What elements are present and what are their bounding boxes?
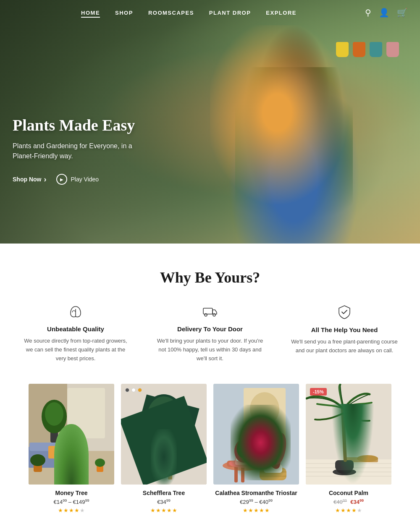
- product-money-tree[interactable]: Money Tree €1499 – €14999 ★★★★★: [25, 384, 118, 524]
- hero-woman: [210, 25, 378, 244]
- feature-help-desc: We'll send you a free plant-parenting co…: [290, 338, 399, 355]
- svg-rect-49: [235, 457, 252, 465]
- product-schefflera[interactable]: Schefflera Tree €3499 ★★★★★: [118, 384, 210, 524]
- play-video-button[interactable]: ▶ Play Video: [56, 174, 99, 185]
- svg-rect-38: [260, 468, 286, 480]
- hero-content: Plants Made Easy Plants and Gardening fo…: [13, 116, 139, 185]
- hero-subtitle: Plants and Gardening for Everyone, in a …: [13, 141, 139, 161]
- svg-point-41: [264, 464, 282, 471]
- svg-point-27: [147, 396, 181, 438]
- dot-white[interactable]: [131, 388, 136, 392]
- nav-item-roomscapes[interactable]: ROOMSCAPES: [148, 9, 194, 16]
- truck-icon: [155, 305, 265, 321]
- dot-orange[interactable]: [138, 388, 142, 392]
- shop-now-button[interactable]: Shop Now: [13, 175, 46, 184]
- svg-rect-9: [48, 446, 61, 458]
- dot-dark[interactable]: [125, 388, 129, 392]
- svg-point-48: [229, 459, 258, 468]
- play-icon: ▶: [56, 174, 67, 185]
- nav-icons: ⚲ 👤 🛒: [365, 8, 407, 18]
- hero-actions: Shop Now ▶ Play Video: [13, 174, 139, 185]
- svg-point-16: [95, 458, 105, 467]
- product-name-schefflera: Schefflera Tree: [121, 490, 207, 496]
- product-stars-schefflera: ★★★★★: [121, 507, 207, 514]
- svg-rect-51: [236, 454, 251, 461]
- nav-links: HOME SHOP ROOMSCAPES PLANT DROP EXPLORE: [81, 9, 297, 16]
- svg-rect-17: [67, 388, 105, 438]
- svg-point-37: [260, 468, 286, 480]
- cart-icon[interactable]: 🛒: [397, 8, 407, 18]
- feature-quality-desc: We source directly from top-rated grower…: [21, 337, 130, 363]
- svg-point-46: [265, 429, 285, 463]
- product-dots: [125, 388, 142, 392]
- svg-point-44: [270, 432, 289, 466]
- why-section: Why Be Yours? Unbeatable Quality We sour…: [0, 244, 420, 524]
- feature-help: All The Help You Need We'll send you a f…: [290, 305, 399, 355]
- svg-rect-21: [155, 465, 160, 479]
- product-badge-sale: -15%: [310, 388, 327, 396]
- feature-quality-title: Unbeatable Quality: [21, 325, 130, 333]
- product-stars-money-tree: ★★★★★: [29, 507, 114, 514]
- product-price-calathea: €2999 – €4099: [213, 498, 299, 505]
- svg-point-50: [236, 454, 251, 461]
- account-icon[interactable]: 👤: [379, 8, 389, 18]
- nav-item-home[interactable]: HOME: [81, 9, 100, 16]
- svg-point-12: [45, 402, 63, 426]
- feature-quality: Unbeatable Quality We source directly fr…: [21, 305, 130, 363]
- svg-rect-34: [227, 461, 260, 467]
- svg-point-64: [335, 463, 354, 469]
- feature-delivery-desc: We'll bring your plants to your door. If…: [155, 337, 265, 363]
- navigation: HOME SHOP ROOMSCAPES PLANT DROP EXPLORE …: [0, 0, 420, 25]
- product-image-schefflera: [121, 384, 207, 485]
- nav-item-plant-drop[interactable]: PLANT DROP: [209, 9, 251, 16]
- product-price-schefflera: €3499: [121, 498, 207, 505]
- svg-point-61: [357, 455, 378, 462]
- hero-title: Plants Made Easy: [13, 116, 139, 135]
- product-image-calathea: [213, 384, 299, 485]
- nav-item-explore[interactable]: EXPLORE: [266, 9, 297, 16]
- feature-delivery-title: Delivery To Your Door: [155, 325, 265, 333]
- product-image-coconut: -15%: [306, 384, 391, 485]
- product-name-coconut: Coconut Palm: [306, 490, 391, 496]
- svg-point-62: [333, 469, 356, 475]
- svg-point-52: [234, 439, 253, 463]
- svg-rect-20: [151, 461, 176, 465]
- product-stars-coconut: ★★★★★: [306, 507, 391, 514]
- feature-delivery: Delivery To Your Door We'll bring your p…: [155, 305, 265, 363]
- feature-help-title: All The Help You Need: [290, 326, 399, 333]
- svg-point-23: [153, 461, 174, 470]
- svg-rect-65: [335, 460, 354, 470]
- nav-item-shop[interactable]: SHOP: [115, 9, 133, 16]
- svg-rect-22: [168, 465, 172, 479]
- svg-point-14: [30, 454, 45, 466]
- search-icon[interactable]: ⚲: [365, 8, 371, 18]
- play-video-label: Play Video: [71, 176, 99, 183]
- svg-point-43: [257, 431, 285, 472]
- product-price-money-tree: €1499 – €14999: [29, 498, 114, 505]
- products-grid: Money Tree €1499 – €14999 ★★★★★: [13, 384, 407, 524]
- svg-rect-63: [337, 466, 352, 474]
- svg-point-28: [143, 409, 164, 434]
- product-price-coconut: €4099 €3499: [306, 498, 391, 505]
- svg-point-53: [237, 440, 250, 458]
- leaf-icon: [21, 305, 130, 321]
- svg-point-45: [252, 430, 281, 468]
- product-calathea[interactable]: Calathea Stromanthe Triostar €2999 – €40…: [210, 384, 302, 524]
- why-features: Unbeatable Quality We source directly fr…: [13, 305, 407, 363]
- product-image-money-tree: [29, 384, 114, 485]
- svg-rect-25: [161, 426, 166, 464]
- shop-now-label: Shop Now: [13, 176, 41, 183]
- product-stars-calathea: ★★★★★: [213, 507, 299, 514]
- pot-pink: [386, 42, 399, 57]
- svg-rect-35: [234, 466, 238, 482]
- product-name-calathea: Calathea Stromanthe Triostar: [213, 490, 299, 496]
- svg-rect-24: [153, 461, 174, 474]
- svg-point-32: [250, 392, 279, 426]
- svg-rect-1: [203, 308, 213, 314]
- svg-point-29: [164, 409, 185, 434]
- why-title: Why Be Yours?: [13, 269, 407, 286]
- product-coconut-palm[interactable]: -15%: [302, 384, 395, 524]
- svg-rect-36: [241, 466, 244, 482]
- hero-section: Plants Made Easy Plants and Gardening fo…: [0, 0, 420, 244]
- shield-icon: [290, 305, 399, 322]
